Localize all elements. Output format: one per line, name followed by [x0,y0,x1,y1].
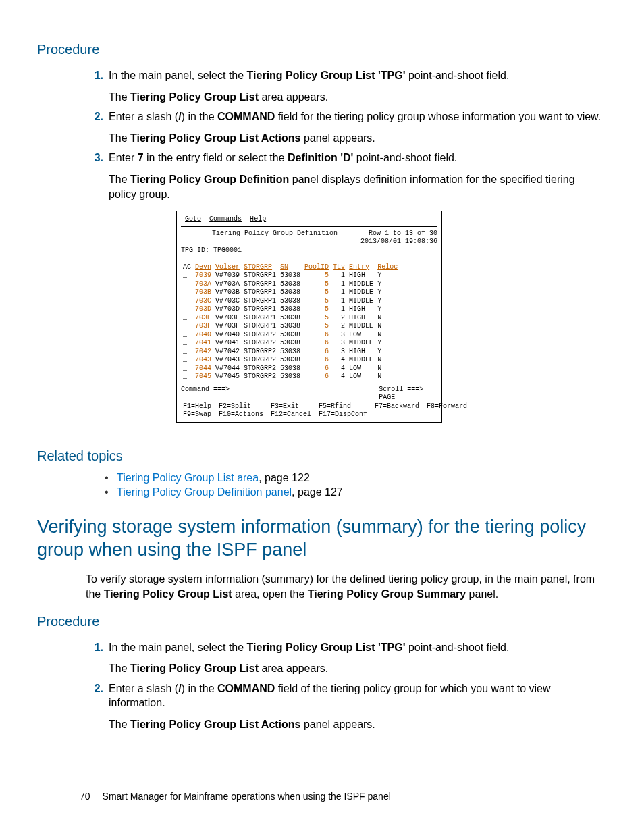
cell: N [375,314,400,323]
cell: N [375,331,400,340]
t: Enter a slash ( [109,683,178,694]
cell: MIDDLE [347,339,375,348]
cell: V#7040 [213,331,242,340]
t: area appears. [259,91,328,103]
t: Tiering Policy Group Definition [130,174,289,185]
t: 7 [138,152,144,163]
cell: STORGRP2 [242,339,278,348]
fkey: F10=Actions [217,411,269,419]
t: Tiering Policy Group List Actions [130,719,300,730]
cell: 53038 [278,288,302,297]
step-number: 3. [86,151,109,165]
cell: 53038 [278,297,302,306]
t: area appears. [259,662,328,674]
cell: 6 [302,348,331,357]
cell: 53038 [278,280,302,289]
cell: HIGH [347,314,375,323]
cell: STORGRP2 [242,331,278,340]
cell: V#703A [213,280,242,289]
t: Tiering Policy Group List Actions [130,132,300,144]
cell: 6 [302,339,331,348]
table-row: _703CV#703CSTORGRP15303851MIDDLEY [181,297,400,306]
cell: MIDDLE [347,356,375,365]
cell: V#703C [213,297,242,306]
step-body: In the main panel, select the Tiering Po… [109,640,603,676]
cell: 5 [302,305,331,314]
table-row: _703AV#703ASTORGRP15303851MIDDLEY [181,280,400,289]
table-row: _7044V#7044STORGRP25303864LOWN [181,365,400,373]
table-row: _703FV#703FSTORGRP15303852MIDDLEN [181,322,400,331]
table-row: _7042V#7042STORGRP25303863HIGHY [181,348,400,357]
col-storgrp: STORGRP [242,263,278,272]
cell: 2 [331,314,347,323]
cell: 703D [193,305,213,314]
cell: 53038 [278,314,302,323]
cell: 4 [331,373,347,382]
section2-intro: To verify storage system information (su… [86,572,603,601]
cell: _ [181,322,193,331]
related-item: Tiering Policy Group List area, page 122 [105,471,603,486]
step-number: 1. [86,640,109,655]
cell: 6 [302,356,331,365]
link-tpg-list-area[interactable]: Tiering Policy Group List area [117,472,259,484]
cell: STORGRP1 [242,288,278,297]
cell: V#7041 [213,339,242,348]
cell: 703E [193,314,213,323]
cell: _ [181,373,193,382]
cell: STORGRP1 [242,305,278,314]
cell: 53038 [278,348,302,357]
cell: 1 [331,271,347,280]
cell: 53038 [278,331,302,340]
cell: 3 [331,348,347,357]
fkey: F7=Backward [373,402,425,411]
cell: 53038 [278,339,302,348]
cell: Y [375,339,400,348]
page-number: 70 [80,791,90,802]
cell: _ [181,280,193,289]
related-topics-list: Tiering Policy Group List area, page 122… [105,471,603,500]
t: Tiering Policy Group List [104,588,232,600]
cell: 5 [302,322,331,331]
cell: N [375,365,400,373]
step-number: 1. [86,68,109,83]
fkey: F2=Split [217,402,269,411]
cell: 4 [331,356,347,365]
cell: V#7045 [213,373,242,382]
related-item: Tiering Policy Group Definition panel, p… [105,485,603,500]
cell: Y [375,288,400,297]
t: In the main panel, select the [109,642,247,653]
table-row: _7039V#7039STORGRP15303851HIGHY [181,271,400,280]
link-tpg-definition-panel[interactable]: Tiering Policy Group Definition panel [117,486,292,498]
step-body: Enter 7 in the entry field or select the… [109,151,603,426]
cell: N [375,322,400,331]
table-row: _7040V#7040STORGRP25303863LOWN [181,331,400,340]
tpgid-value: TPG0001 [213,246,242,254]
step-number: 2. [86,109,109,124]
cell: _ [181,314,193,323]
cell: 703B [193,288,213,297]
procedure-2-list: 1. In the main panel, select the Tiering… [86,640,603,732]
t: The [109,91,130,103]
fkey: F8=Forward [425,402,473,411]
t: COMMAND [217,683,275,694]
fkey: F1=Help [181,402,217,411]
cell: 1 [331,288,347,297]
terminal-table: AC Devn Volser STORGRP SN PoolID TLv Ent… [181,263,400,382]
cell: 53038 [278,373,302,382]
command-label: Command ===> [181,386,230,393]
cell: 3 [331,331,347,340]
table-row: _7041V#7041STORGRP25303863MIDDLEY [181,339,400,348]
t: The [109,132,130,144]
cell: V#7043 [213,356,242,365]
cell: 1 [331,305,347,314]
scroll-value: PAGE [379,394,395,401]
t: area, open the [232,588,308,600]
procedure-1-list: 1. In the main panel, select the Tiering… [86,68,603,427]
t: Tiering Policy Group List 'TPG' [247,642,406,653]
t: Enter [109,152,138,163]
table-row: _703BV#703BSTORGRP15303851MIDDLEY [181,288,400,297]
cell: 7044 [193,365,213,373]
cell: Y [375,305,400,314]
t: Tiering Policy Group List [130,662,259,674]
cell: 1 [331,297,347,306]
